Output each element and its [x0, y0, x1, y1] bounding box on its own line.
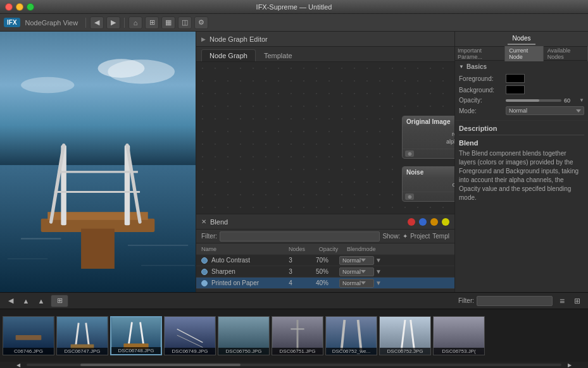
- zoom-fit-button[interactable]: ⊞: [145, 16, 159, 29]
- show-template-btn[interactable]: Templ: [432, 233, 449, 240]
- filmstrip-nav-next-down[interactable]: ▲: [35, 295, 47, 307]
- foreground-swatch[interactable]: [506, 74, 525, 83]
- show-all-btn[interactable]: ✦: [403, 233, 408, 240]
- preset-nodes-printed-on-paper: 4: [275, 279, 306, 286]
- preset-icon-printed-on-paper: [200, 279, 209, 288]
- thumb-7[interactable]: DSC06752_we...: [325, 316, 377, 355]
- color-orange[interactable]: [430, 218, 438, 226]
- basics-title: ▼ Basics: [459, 63, 584, 70]
- svg-rect-13: [81, 229, 115, 269]
- rpanel-subtab-available[interactable]: Available Nodes: [544, 46, 588, 61]
- basics-collapse-icon[interactable]: ▼: [459, 64, 464, 70]
- thumb-8[interactable]: DSC06752.JPG: [379, 316, 431, 355]
- blend-dropdown-sharpen[interactable]: Normal: [339, 267, 374, 276]
- blend-arrow-sharpen[interactable]: ▼: [375, 268, 382, 275]
- mode-value: Normal: [509, 107, 527, 114]
- opacity-slider-fill: [506, 99, 539, 102]
- home-button[interactable]: ⌂: [128, 16, 142, 29]
- filmstrip-filter-label: Filter:: [458, 297, 474, 304]
- node-original-image[interactable]: Original Image ▼ rgb alpha ⊕ ○: [402, 116, 454, 159]
- grid-button[interactable]: ▦: [161, 16, 175, 29]
- thumb-label-4: DSC06749.JPG: [165, 348, 215, 355]
- filmstrip-filter-inline: Filter:: [458, 295, 553, 307]
- col-nodes: Nodes: [281, 246, 313, 252]
- node-noise-footer: ⊕ ○: [403, 192, 454, 201]
- blend-arrow-auto-contrast[interactable]: ▼: [375, 257, 382, 264]
- filmstrip-view-btn[interactable]: ⊞: [51, 295, 68, 307]
- tab-node-graph[interactable]: Node Graph: [201, 49, 256, 61]
- preset-row-printed-on-paper[interactable]: Printed on Paper 4 40% Normal ▼: [196, 278, 454, 289]
- opacity-slider[interactable]: [506, 99, 561, 102]
- filmstrip-nav-prev[interactable]: ◀: [5, 295, 16, 307]
- back-button[interactable]: ◀: [90, 16, 104, 29]
- preset-row-sharpen[interactable]: Sharpen 3 50% Normal ▼: [196, 266, 454, 278]
- port-alpha-out: alpha: [406, 138, 454, 145]
- settings-button[interactable]: ⚙: [194, 16, 208, 29]
- thumb-1[interactable]: C06746.JPG: [3, 316, 54, 355]
- scroll-right-btn[interactable]: ▶: [564, 359, 575, 368]
- blend-dropdown-printed-on-paper[interactable]: Normal: [339, 279, 374, 288]
- thumb-5[interactable]: DSC06750.JPG: [218, 316, 270, 355]
- preset-icon-sharpen: [200, 267, 209, 276]
- preset-nodes-sharpen: 3: [275, 268, 306, 275]
- filmstrip-grid-icon[interactable]: ⊞: [572, 295, 583, 307]
- preset-row-auto-contrast[interactable]: Auto Contrast 3 70% Normal ▼: [196, 255, 454, 266]
- filmstrip-content: C06746.JPG DSC06747.JPG DSC06748.JPG: [0, 309, 588, 362]
- scroll-track[interactable]: [27, 364, 561, 366]
- node-original-image-footer: ⊕ ○: [403, 149, 454, 158]
- filmstrip-list-icon[interactable]: ≡: [556, 295, 568, 307]
- rpanel-subtab-important[interactable]: Important Parame...: [455, 46, 505, 61]
- thumb-9[interactable]: DSC06753.JP(: [433, 316, 485, 355]
- thumb-6[interactable]: DSC06751.JPG: [272, 316, 323, 355]
- scroll-left-btn[interactable]: ◀: [13, 359, 24, 368]
- node-footer-left[interactable]: ⊕: [405, 150, 414, 157]
- thumb-3[interactable]: DSC06748.JPG: [110, 316, 162, 355]
- minimize-button[interactable]: [16, 3, 23, 11]
- rpanel-subtab-current[interactable]: Current Node: [505, 46, 544, 61]
- show-project-btn[interactable]: Project: [410, 233, 430, 240]
- preset-opacity-sharpen: 50%: [306, 268, 338, 275]
- noise-footer-left[interactable]: ⊕: [405, 193, 414, 200]
- blend-dropdown-auto-contrast[interactable]: Normal: [339, 256, 374, 265]
- rpanel-subtabs: Important Parame... Current Node Availab…: [455, 47, 588, 61]
- node-original-image-title: Original Image: [406, 118, 450, 125]
- color-red[interactable]: [408, 218, 415, 226]
- foreground-label: Foreground:: [459, 75, 503, 82]
- mode-dropdown[interactable]: Normal: [506, 106, 584, 115]
- color-blue[interactable]: [419, 218, 427, 226]
- mode-chevron-icon: [576, 109, 581, 113]
- scroll-handle[interactable]: [80, 364, 241, 366]
- node-noise[interactable]: Noise ▼ out ⊕ ○: [402, 166, 454, 202]
- tab-template[interactable]: Template: [256, 49, 301, 61]
- node-noise-header: Noise ▼: [403, 167, 454, 178]
- preset-name-auto-contrast: Auto Contrast: [199, 256, 275, 265]
- forward-button[interactable]: ▶: [106, 16, 120, 29]
- blend-bar-close[interactable]: ✕: [201, 218, 206, 225]
- blend-bar-label: Blend: [210, 218, 228, 226]
- opacity-chevron[interactable]: ▼: [579, 97, 584, 103]
- filmstrip-scrollbar[interactable]: ◀ ▶: [0, 362, 588, 368]
- layout-button[interactable]: ◫: [178, 16, 192, 29]
- port-rgb-out: rgb: [406, 131, 454, 137]
- show-options: Show: ✦ Project Templ: [382, 233, 449, 240]
- node-canvas[interactable]: Original Image ▼ rgb alpha ⊕ ○: [196, 62, 454, 214]
- background-swatch[interactable]: [506, 85, 525, 94]
- panel-collapse-icon[interactable]: ▶: [201, 36, 206, 42]
- mode-label: Mode:: [459, 107, 503, 114]
- maximize-button[interactable]: [27, 3, 34, 11]
- separator: [124, 18, 125, 28]
- node-graph-panel: ▶ Node Graph Editor Node Graph Template: [196, 32, 455, 292]
- filmstrip-filter-input[interactable]: [477, 296, 553, 306]
- preset-name-printed-on-paper: Printed on Paper: [199, 279, 275, 288]
- preset-icon-auto-contrast: [200, 256, 209, 265]
- thumb-4[interactable]: DSC06749.JPG: [164, 316, 216, 355]
- node-original-image-header: Original Image ▼: [403, 116, 454, 127]
- rpanel-tab-nodes[interactable]: Nodes: [508, 33, 536, 45]
- thumb-2[interactable]: DSC06747.JPG: [56, 316, 108, 355]
- color-yellow[interactable]: [442, 218, 449, 226]
- filter-input[interactable]: [220, 231, 380, 242]
- close-button[interactable]: [5, 3, 13, 11]
- thumb-label-2: DSC06747.JPG: [57, 348, 108, 355]
- filmstrip-nav-next-up[interactable]: ▲: [20, 295, 32, 307]
- blend-arrow-printed-on-paper[interactable]: ▼: [375, 279, 382, 286]
